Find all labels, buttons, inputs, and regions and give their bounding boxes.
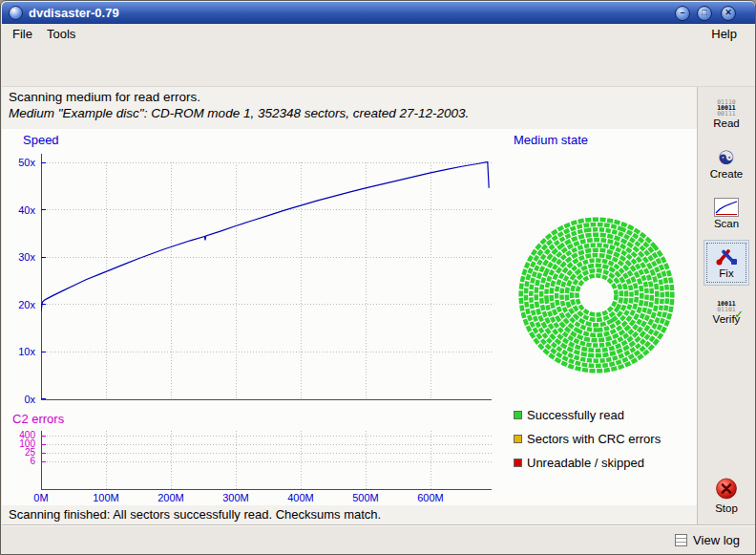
c2-errors-chart bbox=[41, 431, 492, 490]
stop-icon bbox=[714, 477, 739, 502]
speed-ytick: 50x bbox=[3, 157, 35, 168]
x-tick: 400M bbox=[280, 492, 322, 503]
medium-state-title: Medium state bbox=[514, 133, 588, 147]
speed-chart bbox=[41, 154, 492, 400]
legend-label-crc: Sectors with CRC errors bbox=[527, 432, 661, 446]
app-window: dvdisaster-0.79 – □ ✕ File Tools Help Op… bbox=[0, 0, 756, 555]
check-icon: ✓ bbox=[735, 311, 743, 317]
menu-help[interactable]: Help bbox=[703, 24, 746, 44]
view-log-icon bbox=[675, 534, 687, 546]
medium-info: Medium "Example disc": CD-ROM mode 1, 35… bbox=[9, 106, 469, 120]
legend-label-read: Successfully read bbox=[527, 408, 624, 422]
legend-swatch-crc bbox=[514, 435, 522, 443]
read-button[interactable]: 01110 10011 00111 Read bbox=[704, 91, 749, 137]
app-icon bbox=[9, 6, 23, 20]
stop-button[interactable]: Stop bbox=[704, 471, 749, 519]
yin-yang-icon: ☯ bbox=[718, 148, 735, 167]
speed-ytick: 0x bbox=[3, 394, 35, 405]
menu-file[interactable]: File bbox=[4, 24, 41, 44]
x-tick: 200M bbox=[150, 492, 192, 503]
titlebar: dvdisaster-0.79 – □ ✕ bbox=[2, 2, 755, 24]
c2-ytick: 6 bbox=[3, 457, 35, 466]
legend-swatch-read bbox=[514, 411, 522, 419]
speed-chart-title: Speed bbox=[23, 133, 59, 147]
view-log-button[interactable]: View log bbox=[693, 533, 740, 547]
menubar: File Tools Help bbox=[2, 24, 755, 45]
scan-result-message: Scanning finished: All sectors successfu… bbox=[9, 507, 381, 522]
x-tick: 100M bbox=[85, 492, 127, 503]
speed-ytick: 40x bbox=[3, 204, 35, 216]
minimize-button[interactable]: – bbox=[675, 6, 690, 21]
fix-icon bbox=[714, 247, 739, 267]
speed-curve bbox=[41, 162, 489, 311]
read-icon: 01110 10011 00111 bbox=[717, 99, 736, 117]
create-button[interactable]: ☯ Create bbox=[704, 140, 749, 186]
scan-button[interactable]: Scan bbox=[704, 190, 749, 236]
c2-chart-title: C2 errors bbox=[12, 412, 64, 426]
toolbar: Optical drive 52X FW 1.02 ▼ 10011 01101 … bbox=[2, 45, 755, 87]
verify-button[interactable]: 10011 01101 ✓ Verify bbox=[704, 289, 749, 335]
speed-ytick: 30x bbox=[3, 251, 35, 263]
status-headline: Scanning medium for read errors. bbox=[9, 90, 200, 104]
scan-icon bbox=[714, 198, 739, 217]
maximize-button[interactable]: □ bbox=[697, 6, 712, 21]
footer-bar: View log bbox=[2, 524, 755, 554]
x-tick: 300M bbox=[215, 492, 257, 503]
fix-button[interactable]: Fix bbox=[704, 240, 749, 286]
speed-ytick: 20x bbox=[3, 299, 35, 310]
x-tick: 0M bbox=[20, 492, 62, 503]
speed-ytick: 10x bbox=[3, 346, 35, 357]
legend-label-unreadable: Unreadable / skipped bbox=[527, 456, 644, 470]
legend-swatch-unreadable bbox=[514, 459, 522, 467]
medium-state-disc bbox=[515, 214, 678, 376]
verify-icon: 10011 01101 ✓ bbox=[717, 301, 736, 312]
x-tick: 500M bbox=[345, 492, 387, 503]
window-title: dvdisaster-0.79 bbox=[29, 6, 119, 20]
close-button[interactable]: ✕ bbox=[721, 6, 736, 21]
menu-tools[interactable]: Tools bbox=[38, 24, 84, 44]
x-tick: 600M bbox=[410, 492, 452, 503]
